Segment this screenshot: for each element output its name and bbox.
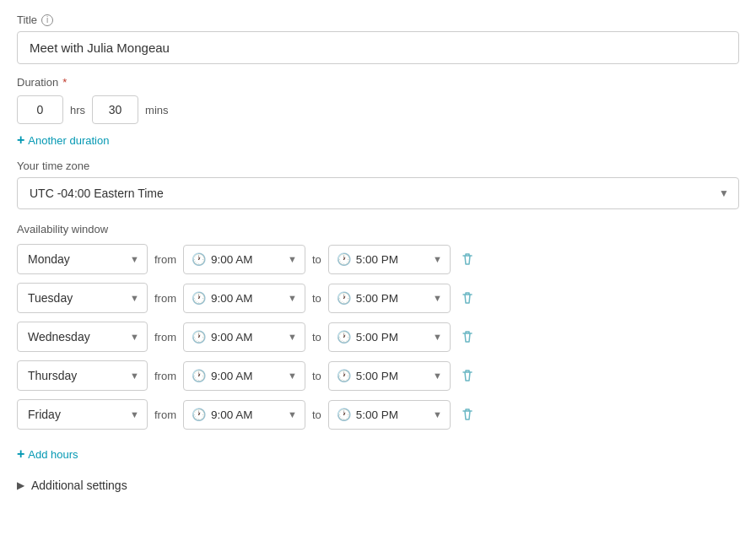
to-label: to [312,408,321,421]
day-select[interactable]: MondayTuesdayWednesdayThursdayFridaySatu… [17,244,148,274]
day-select-wrapper: MondayTuesdayWednesdayThursdayFridaySatu… [17,283,148,313]
day-select-wrapper: MondayTuesdayWednesdayThursdayFridaySatu… [17,360,148,391]
title-label-text: Title [17,14,37,26]
timezone-select[interactable]: UTC -04:00 Eastern Time UTC -05:00 Centr… [17,177,739,209]
from-time-select[interactable]: 12:00 AM12:30 AM1:00 AM1:30 AM2:00 AM2:3… [183,400,305,430]
delete-row-button[interactable] [457,403,478,425]
title-label: Title i [17,14,739,26]
additional-settings-chevron-icon: ▶ [17,479,24,491]
from-label: from [154,408,176,421]
add-hours-link[interactable]: + Add hours [17,446,78,462]
day-select-wrapper: MondayTuesdayWednesdayThursdayFridaySatu… [17,399,148,430]
delete-row-button[interactable] [457,287,478,309]
day-select-wrapper: MondayTuesdayWednesdayThursdayFridaySatu… [17,244,148,274]
title-section: Title i [17,14,739,64]
day-select[interactable]: MondayTuesdayWednesdayThursdayFridaySatu… [17,322,148,352]
from-time-select[interactable]: 12:00 AM12:30 AM1:00 AM1:30 AM2:00 AM2:3… [183,284,305,313]
to-time-select[interactable]: 12:00 AM12:30 AM1:00 AM1:30 AM2:00 AM2:3… [328,322,451,352]
timezone-label-text: Your time zone [17,160,89,172]
to-label: to [312,331,321,344]
another-duration-text: Another duration [28,134,109,147]
additional-settings[interactable]: ▶ Additional settings [17,479,739,492]
to-time-wrapper: 🕐12:00 AM12:30 AM1:00 AM1:30 AM2:00 AM2:… [328,400,451,430]
day-select[interactable]: MondayTuesdayWednesdayThursdayFridaySatu… [17,360,148,391]
another-duration-plus: + [17,133,24,148]
timezone-label: Your time zone [17,160,739,172]
hrs-label: hrs [70,104,85,116]
timezone-section: Your time zone UTC -04:00 Eastern Time U… [17,160,739,209]
day-select[interactable]: MondayTuesdayWednesdayThursdayFridaySatu… [17,399,148,430]
from-label: from [154,370,176,382]
another-duration-link[interactable]: + Another duration [17,133,109,148]
delete-row-button[interactable] [457,248,478,270]
availability-label: Availability window [17,223,739,235]
delete-row-button[interactable] [457,326,478,348]
availability-label-text: Availability window [17,223,108,235]
mins-label: mins [145,104,168,116]
to-time-wrapper: 🕐12:00 AM12:30 AM1:00 AM1:30 AM2:00 AM2:… [328,322,451,352]
day-select[interactable]: MondayTuesdayWednesdayThursdayFridaySatu… [17,283,148,313]
title-info-icon[interactable]: i [41,14,53,26]
duration-row: hrs mins [17,95,739,124]
to-label: to [312,370,321,382]
from-label: from [154,292,176,305]
additional-settings-label: Additional settings [31,479,127,492]
from-time-wrapper: 🕐12:00 AM12:30 AM1:00 AM1:30 AM2:00 AM2:… [183,284,305,313]
from-label: from [154,253,176,266]
from-time-select[interactable]: 12:00 AM12:30 AM1:00 AM1:30 AM2:00 AM2:3… [183,322,305,352]
to-label: to [312,292,321,305]
duration-required: * [62,76,67,89]
add-hours-text: Add hours [28,448,78,461]
avail-row: MondayTuesdayWednesdayThursdayFridaySatu… [17,360,739,391]
day-select-wrapper: MondayTuesdayWednesdayThursdayFridaySatu… [17,322,148,352]
title-input[interactable] [17,31,739,64]
avail-row: MondayTuesdayWednesdayThursdayFridaySatu… [17,244,739,274]
from-time-wrapper: 🕐12:00 AM12:30 AM1:00 AM1:30 AM2:00 AM2:… [183,322,305,352]
to-time-wrapper: 🕐12:00 AM12:30 AM1:00 AM1:30 AM2:00 AM2:… [328,361,451,391]
to-time-select[interactable]: 12:00 AM12:30 AM1:00 AM1:30 AM2:00 AM2:3… [328,284,451,313]
to-time-wrapper: 🕐12:00 AM12:30 AM1:00 AM1:30 AM2:00 AM2:… [328,284,451,313]
delete-row-button[interactable] [457,365,478,387]
duration-hrs-input[interactable] [17,95,63,124]
to-time-select[interactable]: 12:00 AM12:30 AM1:00 AM1:30 AM2:00 AM2:3… [328,400,451,430]
duration-section: Duration * hrs mins + Another duration [17,76,739,148]
to-time-select[interactable]: 12:00 AM12:30 AM1:00 AM1:30 AM2:00 AM2:3… [328,245,451,274]
to-time-wrapper: 🕐12:00 AM12:30 AM1:00 AM1:30 AM2:00 AM2:… [328,245,451,274]
avail-row: MondayTuesdayWednesdayThursdayFridaySatu… [17,322,739,352]
avail-row: MondayTuesdayWednesdayThursdayFridaySatu… [17,283,739,313]
to-label: to [312,253,321,266]
from-time-select[interactable]: 12:00 AM12:30 AM1:00 AM1:30 AM2:00 AM2:3… [183,245,305,274]
from-label: from [154,331,176,344]
from-time-select[interactable]: 12:00 AM12:30 AM1:00 AM1:30 AM2:00 AM2:3… [183,361,305,391]
from-time-wrapper: 🕐12:00 AM12:30 AM1:00 AM1:30 AM2:00 AM2:… [183,245,305,274]
from-time-wrapper: 🕐12:00 AM12:30 AM1:00 AM1:30 AM2:00 AM2:… [183,361,305,391]
avail-row: MondayTuesdayWednesdayThursdayFridaySatu… [17,399,739,430]
availability-section: Availability window MondayTuesdayWednesd… [17,223,739,462]
add-hours-plus: + [17,446,24,462]
from-time-wrapper: 🕐12:00 AM12:30 AM1:00 AM1:30 AM2:00 AM2:… [183,400,305,430]
duration-mins-input[interactable] [92,95,138,124]
timezone-select-wrapper: UTC -04:00 Eastern Time UTC -05:00 Centr… [17,177,739,209]
to-time-select[interactable]: 12:00 AM12:30 AM1:00 AM1:30 AM2:00 AM2:3… [328,361,451,391]
duration-label: Duration * [17,76,739,89]
duration-label-text: Duration [17,76,58,89]
availability-rows: MondayTuesdayWednesdayThursdayFridaySatu… [17,244,739,430]
